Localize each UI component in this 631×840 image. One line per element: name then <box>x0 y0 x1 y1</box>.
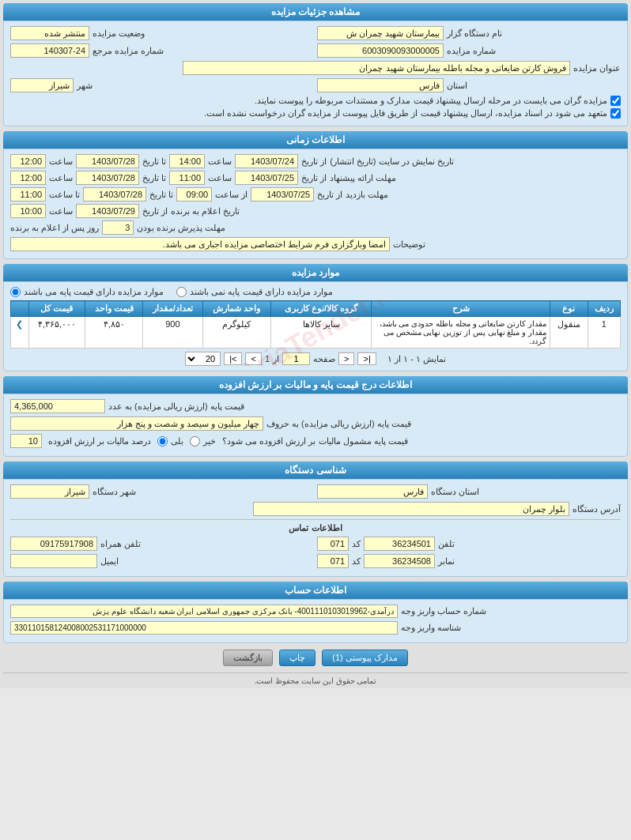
next-page-btn[interactable]: > <box>245 352 261 365</box>
time-label-7: ساعت <box>49 206 73 217</box>
last-page-btn[interactable]: >| <box>224 352 242 365</box>
offer-to-time[interactable] <box>10 171 46 185</box>
city-input[interactable] <box>10 78 74 92</box>
fax-code-input[interactable] <box>317 554 349 568</box>
showing-text: نمایش ۱ - ۱ از ۱ <box>387 354 446 364</box>
mobile-label: تلفن همراه <box>100 539 141 549</box>
organization-label: نام دستگاه گزار <box>447 28 502 39</box>
time-label-2: ساعت <box>49 156 73 167</box>
display-to-time[interactable] <box>10 154 46 168</box>
base-price-input[interactable] <box>10 399 105 413</box>
email-input[interactable] <box>10 554 97 568</box>
from-label-4: از تاریخ <box>142 206 168 217</box>
cell-unit: کیلوگرم <box>202 317 271 348</box>
base-price-text-label: قیمت پایه (ارزش ریالی مزایده) به حروف <box>266 419 411 429</box>
to-label-3: تا تاریخ <box>149 190 173 200</box>
total-pages: 1 <box>265 354 270 363</box>
title-input[interactable] <box>183 61 570 75</box>
section-header-time: اطلاعات زمانی <box>3 131 628 149</box>
org-city-label: شهر دستگاه <box>93 487 136 497</box>
winner-days-input[interactable] <box>102 220 134 235</box>
vat-no-label: خیر <box>203 436 216 446</box>
vat-percent-input[interactable] <box>10 434 42 448</box>
visit-to-time[interactable] <box>10 187 46 202</box>
offer-from-time[interactable] <box>169 171 205 185</box>
ref-number-input[interactable] <box>10 43 89 58</box>
city-label: شهر <box>77 81 93 91</box>
back-button[interactable]: بازگشت <box>223 650 273 666</box>
to-label-2: تا تاریخ <box>142 173 166 183</box>
visit-from-date[interactable] <box>251 187 314 202</box>
org-address-input[interactable] <box>253 502 569 516</box>
from-label-1: از تاریخ <box>301 156 327 167</box>
phone-label: تلفن <box>438 539 455 549</box>
col-header-action <box>11 301 29 317</box>
vat-no-radio[interactable] <box>190 436 200 446</box>
vat-yes-radio[interactable] <box>157 436 168 446</box>
note1-checkbox[interactable] <box>610 96 621 106</box>
note2-checkbox[interactable] <box>610 108 621 119</box>
org-address-label: آدرس دستگاه <box>572 504 621 514</box>
of-label: از <box>273 354 279 364</box>
first-page-btn[interactable]: |< <box>357 352 376 365</box>
winner-days-unit: روز پس از اعلام به برنده <box>10 223 99 233</box>
radio-has-base-label: موارد مزایده دارای قیمت پایه می باشند <box>24 287 164 297</box>
table-row: 1 منقول مقدار کارتن ضایعاتی و مجله باطله… <box>11 317 621 348</box>
iban-label: شناسه واریز وجه <box>401 623 461 633</box>
status-input[interactable] <box>10 26 89 40</box>
time-label-6: تا ساعت <box>49 190 80 200</box>
province-input[interactable] <box>317 78 444 92</box>
winner-time[interactable] <box>10 204 46 218</box>
base-price-text-input[interactable] <box>10 416 263 431</box>
print-button[interactable]: چاپ <box>279 650 316 666</box>
cell-unit-price: ۴,۸۵۰ <box>85 317 143 348</box>
from-label-2: از تاریخ <box>301 173 327 183</box>
winner-from-date[interactable] <box>76 204 139 218</box>
visit-to-date[interactable] <box>83 187 146 202</box>
org-province-input[interactable] <box>317 484 428 499</box>
items-table: ردیف نوع شرح گروه کالا/نوع کاربری واحد ش… <box>10 300 621 348</box>
cell-type: منقول <box>550 317 588 348</box>
phone-input[interactable] <box>364 537 435 551</box>
mobile-input[interactable] <box>10 537 97 551</box>
fax-input[interactable] <box>364 554 435 568</box>
display-date-label: تاریخ نمایش در سایت (تاریخ انتشار) <box>330 156 454 167</box>
prev-page-btn[interactable]: < <box>338 352 354 365</box>
winner-days-label: مهلت پذیرش برنده بودن <box>137 223 225 233</box>
offer-from-date[interactable] <box>235 171 298 185</box>
visit-label: مهلت بازدید <box>346 190 388 200</box>
display-from-date[interactable] <box>235 154 298 168</box>
org-province-label: استان دستگاه <box>431 487 479 497</box>
radio-no-base-label: موارد مزایده دارای قیمت پایه نمی باشند <box>190 287 332 297</box>
description-input[interactable] <box>10 237 390 251</box>
vat-percent-label: درصد مالیات بر ارزش افزوده <box>48 436 151 446</box>
col-header-type: نوع <box>550 301 588 317</box>
note2-text: متعهد می شود در اسناد مزایده، ارسال پیشن… <box>204 108 607 119</box>
radio-no-base[interactable] <box>176 287 187 297</box>
from-label-3: از تاریخ <box>317 190 342 200</box>
fax-code-label: کد <box>352 556 361 567</box>
org-city-input[interactable] <box>10 484 89 499</box>
per-page-select[interactable]: 20 50 100 <box>185 352 221 366</box>
cell-qty: 900 <box>143 317 202 348</box>
cell-desc: مقدار کارتن ضایعاتی و مجله باطله حدودی م… <box>372 317 550 348</box>
description-label: توضیحات <box>393 239 425 250</box>
documents-button[interactable]: مدارک پیوستی (1) <box>322 650 408 666</box>
radio-has-base[interactable] <box>10 287 21 297</box>
display-from-time[interactable] <box>169 154 205 168</box>
auction-number-input[interactable] <box>317 43 444 58</box>
section-header-base-price: اطلاعات درج قیمت پایه و مالیات بر ارزش ا… <box>3 376 628 394</box>
iban-input[interactable] <box>10 621 398 635</box>
display-to-date[interactable] <box>76 154 139 168</box>
to-label-1: تا تاریخ <box>142 156 166 167</box>
cell-action[interactable]: ❯ <box>11 317 29 348</box>
page-label: صفحه <box>313 354 335 364</box>
offer-to-date[interactable] <box>76 171 139 185</box>
visit-from-time[interactable] <box>176 187 212 202</box>
organization-input[interactable] <box>317 26 444 40</box>
page-input[interactable] <box>282 352 310 365</box>
account-label: شماره حساب واریز وجه <box>401 606 486 616</box>
phone-code-input[interactable] <box>317 537 349 551</box>
account-input[interactable] <box>10 605 398 618</box>
time-label-1: ساعت <box>208 156 232 167</box>
